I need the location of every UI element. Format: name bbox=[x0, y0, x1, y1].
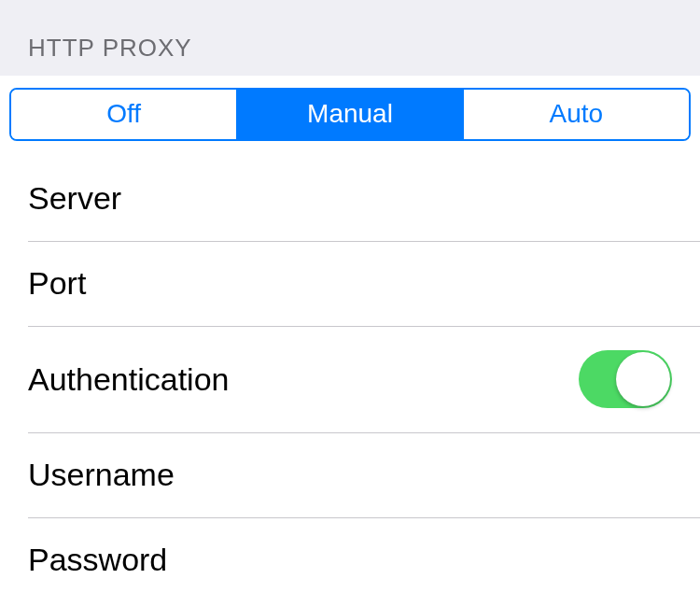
row-authentication-label: Authentication bbox=[28, 361, 230, 398]
row-authentication: Authentication bbox=[0, 326, 700, 432]
authentication-toggle[interactable] bbox=[579, 350, 672, 408]
toggle-knob bbox=[616, 352, 670, 406]
row-password[interactable]: Password bbox=[0, 517, 700, 593]
section-header: HTTP PROXY bbox=[0, 0, 700, 76]
row-port[interactable]: Port bbox=[0, 241, 700, 326]
row-username[interactable]: Username bbox=[0, 432, 700, 517]
row-server-label: Server bbox=[28, 180, 121, 217]
row-username-label: Username bbox=[28, 457, 175, 493]
row-port-label: Port bbox=[28, 265, 86, 302]
settings-list: Server Port Authentication Username Pass… bbox=[0, 156, 700, 593]
section-header-title: HTTP PROXY bbox=[28, 34, 672, 63]
row-server[interactable]: Server bbox=[0, 156, 700, 241]
segment-off[interactable]: Off bbox=[11, 90, 236, 139]
row-password-label: Password bbox=[28, 542, 167, 578]
segment-manual[interactable]: Manual bbox=[236, 90, 462, 139]
proxy-mode-segmented-control: Off Manual Auto bbox=[9, 88, 691, 141]
segment-auto[interactable]: Auto bbox=[463, 90, 689, 139]
segmented-control-container: Off Manual Auto bbox=[0, 76, 700, 156]
